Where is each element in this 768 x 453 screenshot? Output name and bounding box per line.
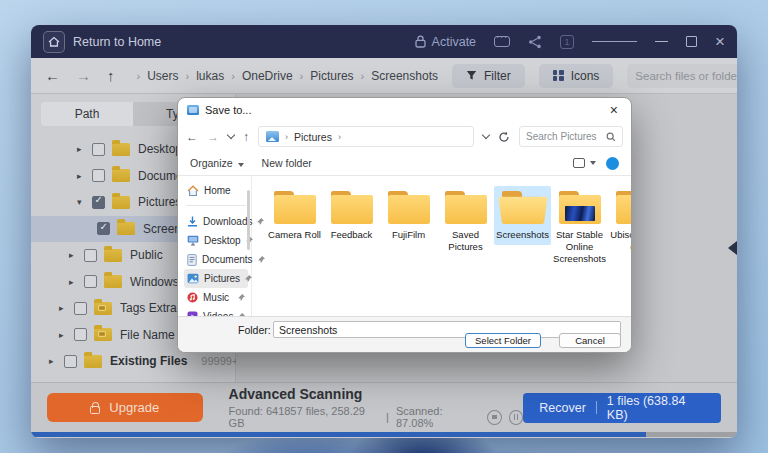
music-icon	[187, 292, 198, 303]
folder-icon	[117, 222, 135, 235]
whats-new-button[interactable]: 1	[560, 35, 574, 49]
folder-icon	[112, 196, 130, 209]
view-options-button[interactable]	[573, 158, 596, 168]
feedback-button[interactable]	[494, 36, 510, 47]
back-button[interactable]: ←	[186, 130, 198, 144]
checkbox-checked[interactable]	[97, 222, 110, 235]
expand-arrow-icon[interactable]: ▸	[69, 277, 79, 287]
up-button[interactable]: ↑	[243, 130, 249, 144]
scan-title: Advanced Scanning	[229, 386, 524, 402]
history-chevron-icon[interactable]	[227, 131, 235, 139]
recover-button[interactable]: Recover 1 files (638.84 KB)	[523, 393, 721, 423]
expand-arrow-icon[interactable]: ▸	[59, 330, 69, 340]
pin-icon	[257, 218, 264, 225]
sidebar-item-home[interactable]: Home	[184, 181, 248, 200]
checkbox-checked[interactable]	[92, 196, 105, 209]
filter-label: Filter	[484, 69, 511, 83]
return-home-label[interactable]: Return to Home	[73, 35, 161, 49]
folder-item-fujifilm[interactable]: FujiFilm	[380, 186, 437, 245]
home-button[interactable]	[43, 31, 65, 53]
filter-button[interactable]: Filter	[452, 64, 525, 88]
scan-found-text: Found: 641857 files, 258.29 GB	[229, 405, 380, 429]
checkbox[interactable]	[92, 143, 105, 156]
tab-path[interactable]: Path	[41, 102, 133, 126]
search-input[interactable]	[635, 70, 737, 82]
dialog-title: Save to...	[205, 104, 251, 116]
address-breadcrumb[interactable]: Pictures	[294, 131, 332, 143]
organize-menu[interactable]: Organize	[190, 157, 244, 169]
expand-arrow-icon[interactable]: ▸	[77, 144, 87, 154]
sidebar-item-desktop[interactable]: Desktop	[184, 231, 248, 250]
breadcrumb-users[interactable]: Users	[147, 69, 178, 83]
refresh-icon[interactable]	[498, 131, 510, 143]
preview-panel-toggle-icon[interactable]	[728, 241, 737, 255]
breadcrumb: › Users › lukas › OneDrive › Pictures › …	[137, 69, 438, 83]
divider	[596, 401, 597, 414]
select-folder-button[interactable]: Select Folder	[465, 333, 541, 348]
folder-item-star-stable[interactable]: Star Stable Online Screenshots	[551, 186, 608, 269]
folder-field-label: Folder:	[238, 324, 271, 336]
dialog-close-button[interactable]: ×	[606, 103, 622, 117]
cancel-button[interactable]: Cancel	[559, 333, 621, 348]
checkbox[interactable]	[74, 302, 87, 315]
folder-icon	[444, 191, 488, 224]
checkbox[interactable]	[92, 169, 105, 182]
minimize-icon	[655, 41, 668, 43]
sidebar-item-downloads[interactable]: Downloads	[184, 212, 248, 231]
pictures-icon	[187, 273, 199, 284]
folder-icon	[387, 191, 431, 224]
sidebar-item-music[interactable]: Music	[184, 288, 248, 307]
app-search[interactable]	[627, 64, 737, 88]
forward-button[interactable]: →	[207, 130, 219, 144]
view-mode-button[interactable]: Icons	[539, 64, 614, 88]
share-button[interactable]	[528, 35, 542, 49]
upgrade-button[interactable]: Upgrade	[47, 393, 203, 422]
pictures-icon	[266, 131, 279, 142]
folder-item-screenshots-selected[interactable]: Screenshots	[494, 186, 551, 245]
folder-item-camera-roll[interactable]: Camera Roll	[266, 186, 323, 245]
collapse-arrow-icon[interactable]: ▾	[77, 197, 87, 207]
menu-button[interactable]	[592, 38, 637, 46]
checkbox[interactable]	[74, 328, 87, 341]
maximize-button[interactable]	[686, 36, 697, 47]
activate-button[interactable]: Activate	[415, 35, 476, 49]
checkbox[interactable]	[84, 249, 97, 262]
recover-label: Recover	[539, 401, 586, 415]
folder-item-feedback[interactable]: Feedback	[323, 186, 380, 245]
address-dropdown-icon[interactable]	[482, 131, 490, 139]
breadcrumb-lukas[interactable]: lukas	[196, 69, 224, 83]
maximize-icon	[686, 36, 697, 47]
folder-item-saved-pictures[interactable]: Saved Pictures	[437, 186, 494, 257]
new-folder-button[interactable]: New folder	[262, 157, 312, 169]
forward-button[interactable]: →	[76, 67, 91, 84]
pin-icon	[238, 294, 245, 301]
folder-icon	[104, 249, 122, 262]
info-icon[interactable]	[606, 157, 619, 170]
expand-arrow-icon[interactable]: ▸	[69, 250, 79, 260]
icons-grid-icon	[553, 70, 564, 81]
checkbox[interactable]	[64, 355, 77, 368]
breadcrumb-chevron: ›	[137, 70, 141, 82]
desktop-icon	[187, 235, 199, 246]
downloads-icon	[187, 216, 198, 227]
sidebar-item-documents[interactable]: Documents	[184, 250, 248, 269]
minimize-button[interactable]	[655, 41, 668, 43]
home-icon	[187, 185, 199, 197]
expand-arrow-icon[interactable]: ▸	[77, 171, 87, 181]
up-button[interactable]: ↑	[107, 67, 115, 84]
dialog-search[interactable]	[519, 126, 623, 147]
dialog-search-input[interactable]	[526, 131, 606, 142]
back-button[interactable]: ←	[45, 67, 60, 84]
expand-arrow-icon[interactable]: ▸	[49, 356, 59, 366]
stop-scan-button[interactable]	[487, 410, 502, 425]
folder-item-ubisoftconnect[interactable]: UbisoftConnect	[608, 186, 632, 257]
sidebar-item-pictures[interactable]: Pictures	[184, 269, 248, 288]
breadcrumb-screenshots[interactable]: Screenshots	[371, 69, 438, 83]
expand-arrow-icon[interactable]: ▸	[59, 303, 69, 313]
address-bar[interactable]: › Pictures ›	[258, 126, 474, 147]
breadcrumb-pictures[interactable]: Pictures	[310, 69, 353, 83]
close-button[interactable]: ×	[715, 33, 725, 50]
checkbox[interactable]	[84, 275, 97, 288]
breadcrumb-onedrive[interactable]: OneDrive	[242, 69, 293, 83]
pause-scan-button[interactable]	[509, 410, 524, 425]
